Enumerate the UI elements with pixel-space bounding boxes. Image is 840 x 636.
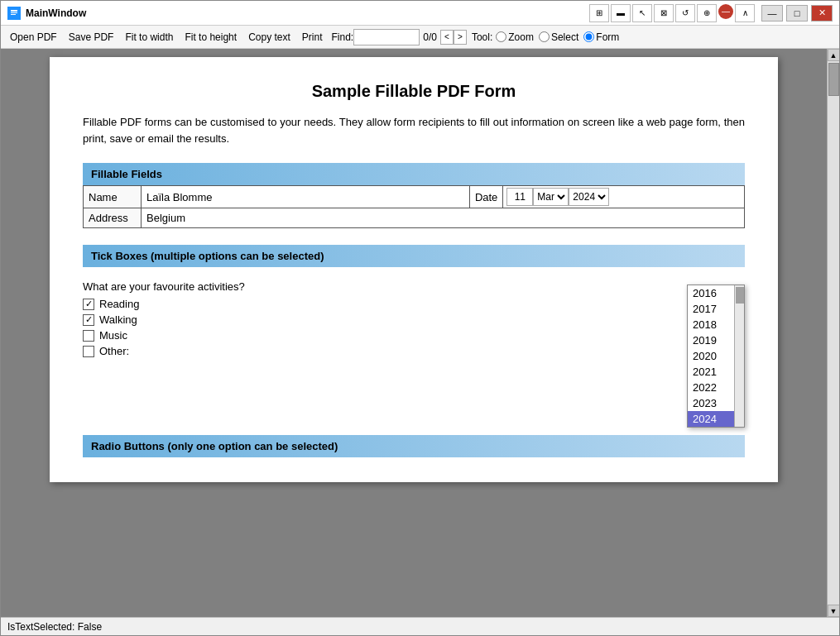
year-scroll-thumb[interactable]: [736, 287, 744, 304]
date-row: Mar 2024: [506, 188, 741, 206]
toolbar-icon-6[interactable]: ⊕: [697, 4, 717, 22]
form-radio-label[interactable]: Form: [583, 31, 619, 43]
minimize-button[interactable]: —: [761, 5, 783, 22]
scroll-thumb[interactable]: [828, 63, 839, 96]
radio-section-header: Radio Buttons (only one option can be se…: [83, 435, 745, 457]
scroll-track: [828, 61, 840, 605]
fit-to-width-button[interactable]: Fit to width: [119, 29, 179, 45]
tick-question: What are your favourite activities?: [83, 280, 745, 293]
pdf-viewer: Sample Fillable PDF Form Fillable PDF fo…: [1, 49, 827, 617]
status-text: IsTextSelected: False: [7, 621, 102, 633]
address-row: Address: [84, 208, 745, 228]
title-bar: MainWindow ⊞ ▬ ↖ ⊠ ↺ ⊕ — ∧ — □ ✕: [1, 1, 839, 26]
find-input[interactable]: [353, 29, 420, 45]
close-button[interactable]: ✕: [811, 5, 833, 22]
tick-items-container: ✓Reading✓WalkingMusicOther:: [83, 298, 745, 357]
address-input[interactable]: [146, 212, 739, 224]
spacer: [83, 369, 745, 435]
tick-item-0: ✓Reading: [83, 298, 745, 310]
fillable-section-header: Fillable Fields: [83, 163, 745, 185]
year-dropdown: 201620172018201920202021202220232024: [687, 285, 745, 428]
svg-rect-3: [11, 14, 16, 15]
window-title: MainWindow: [26, 7, 589, 19]
tick-item-3: Other:: [83, 345, 745, 357]
select-radio-label[interactable]: Select: [539, 31, 578, 43]
date-label: Date: [469, 186, 502, 208]
checkbox-1[interactable]: ✓: [83, 314, 94, 326]
month-select[interactable]: Mar: [533, 188, 569, 206]
toolbar-icon-5[interactable]: ↺: [675, 4, 695, 22]
menu-bar: Open PDF Save PDF Fit to width Fit to he…: [1, 26, 839, 49]
checkbox-2[interactable]: [83, 330, 94, 342]
save-pdf-button[interactable]: Save PDF: [63, 29, 120, 45]
tick-section-header: Tick Boxes (multiple options can be sele…: [83, 245, 745, 267]
svg-rect-2: [11, 12, 17, 13]
toolbar-icon-chevron[interactable]: ∧: [735, 4, 755, 22]
tick-label-2: Music: [99, 329, 127, 342]
tick-item-2: Music: [83, 329, 745, 342]
zoom-radio-label[interactable]: Zoom: [496, 31, 534, 43]
app-icon: [7, 7, 21, 20]
checkbox-3[interactable]: [83, 346, 94, 357]
fields-table: Name Date Mar 2: [83, 185, 745, 228]
tick-section-content: What are your favourite activities? ✓Rea…: [83, 267, 745, 369]
stop-icon[interactable]: —: [718, 4, 733, 19]
zoom-radio[interactable]: [496, 31, 506, 42]
select-radio[interactable]: [539, 31, 550, 42]
content-area: Sample Fillable PDF Form Fillable PDF fo…: [1, 49, 839, 617]
print-button[interactable]: Print: [296, 29, 329, 45]
maximize-button[interactable]: □: [786, 5, 808, 22]
name-value[interactable]: [142, 186, 470, 208]
pdf-intro: Fillable PDF forms can be customised to …: [83, 114, 745, 146]
form-radio[interactable]: [583, 31, 594, 42]
right-scrollbar: ▲ ▼: [827, 49, 839, 617]
find-label: Find:: [332, 31, 354, 43]
page-info: 0/0: [423, 31, 437, 43]
tick-label-0: Reading: [99, 298, 139, 310]
status-bar: IsTextSelected: False: [1, 617, 839, 635]
toolbar-icon-1[interactable]: ⊞: [589, 4, 609, 22]
pdf-title: Sample Fillable PDF Form: [83, 82, 745, 101]
tick-item-1: ✓Walking: [83, 313, 745, 326]
checkbox-0[interactable]: ✓: [83, 299, 94, 310]
name-input[interactable]: [146, 191, 464, 203]
tool-radio-group: Zoom Select Form: [496, 31, 619, 43]
open-pdf-button[interactable]: Open PDF: [4, 29, 63, 45]
year-dropdown-scrollbar[interactable]: [734, 285, 744, 427]
svg-rect-1: [11, 10, 17, 12]
address-label: Address: [84, 208, 142, 228]
date-cell: Mar 2024: [503, 186, 745, 208]
toolbar-icon-4[interactable]: ⊠: [654, 4, 674, 22]
main-window: MainWindow ⊞ ▬ ↖ ⊠ ↺ ⊕ — ∧ — □ ✕ Open PD…: [0, 0, 840, 636]
year-select[interactable]: 2024: [569, 188, 609, 206]
name-row: Name Date Mar 2: [84, 186, 745, 208]
toolbar-icon-3[interactable]: ↖: [632, 4, 652, 22]
scroll-down-button[interactable]: ▼: [828, 605, 840, 617]
window-controls: — □ ✕: [761, 5, 833, 22]
tick-label-3: Other:: [99, 345, 129, 357]
copy-text-button[interactable]: Copy text: [242, 29, 296, 45]
prev-page-button[interactable]: <: [440, 30, 454, 45]
tool-label: Tool:: [472, 31, 492, 43]
name-label: Name: [84, 186, 142, 208]
scroll-up-button[interactable]: ▲: [828, 49, 840, 61]
next-page-button[interactable]: >: [454, 30, 467, 45]
address-value[interactable]: [142, 208, 745, 228]
pdf-page: Sample Fillable PDF Form Fillable PDF fo…: [50, 57, 778, 482]
tick-label-1: Walking: [99, 313, 137, 326]
fit-to-height-button[interactable]: Fit to height: [179, 29, 242, 45]
date-day-input[interactable]: [506, 188, 533, 206]
toolbar-icon-2[interactable]: ▬: [611, 4, 631, 22]
